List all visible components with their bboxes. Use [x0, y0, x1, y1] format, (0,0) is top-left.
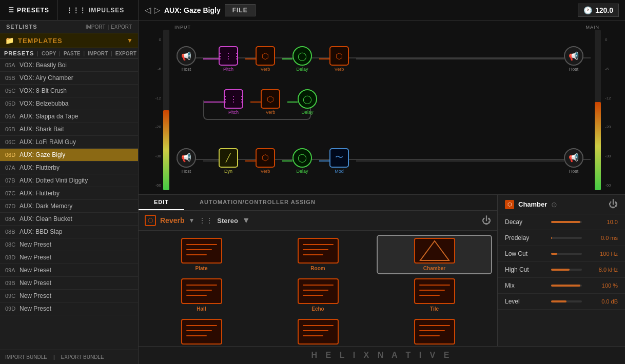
lowcut-slider[interactable] [551, 253, 582, 255]
reverb-type-item[interactable]: Tile [378, 276, 491, 314]
presets-button[interactable]: ☰ PRESETS [0, 0, 57, 20]
reverb-type-item[interactable]: Octo [378, 317, 491, 346]
level-value[interactable]: 0.0 dB [582, 298, 618, 305]
preset-item[interactable]: 06DAUX: Gaze Bigly [0, 149, 138, 161]
preset-num: 08C [5, 241, 19, 248]
preset-item[interactable]: 08DNew Preset [0, 251, 138, 264]
reverb-thumb [298, 319, 339, 345]
preset-item[interactable]: 09CNew Preset [0, 290, 138, 302]
export-bundle-btn[interactable]: EXPORT BUNDLE [61, 354, 104, 360]
preset-name-text: AUX: Flutterby [19, 190, 60, 197]
effect-type-chevron-icon[interactable]: ▼ [242, 216, 250, 225]
tab-automation[interactable]: AUTOMATION/CONTROLLER ASSIGN [184, 195, 331, 210]
svg-rect-3 [303, 244, 334, 245]
svg-rect-19 [303, 325, 334, 326]
copy-btn[interactable]: COPY [42, 51, 56, 56]
reverb-type-item[interactable]: Plate [145, 236, 258, 273]
level-slider[interactable] [551, 300, 582, 302]
effect-config-icon[interactable]: ⋮⋮ [199, 216, 213, 225]
preset-item[interactable]: 07AAUX: Flutterby [0, 161, 138, 174]
preset-item[interactable]: 07CAUX: Flutterby [0, 187, 138, 200]
preset-name-text: AUX: Gaze Bigly [19, 151, 65, 158]
host-out-icon-1: 📢 [564, 46, 583, 66]
predelay-slider[interactable] [551, 237, 582, 239]
preset-item[interactable]: 06CAUX: LoFi RAM Guy [0, 136, 138, 149]
paste-btn[interactable]: PASTE [64, 51, 81, 56]
node-pitch-1[interactable]: ⋮⋮⋮ Pitch [219, 46, 238, 72]
preset-item[interactable]: 07BAUX: Dotted Vinti Diggity [0, 174, 138, 187]
preset-item[interactable]: 05AVOX: Beastly Boi [0, 59, 138, 72]
preset-item[interactable]: 05BVOX: Airy Chamber [0, 72, 138, 85]
import-bundle-btn[interactable]: IMPORT BUNDLE [5, 354, 47, 360]
effect-header: ⬡ Reverb ▼ ⋮⋮ Stereo ▼ ⏻ [139, 211, 497, 231]
preset-item[interactable]: 09ANew Preset [0, 264, 138, 277]
preset-item[interactable]: 09BNew Preset [0, 277, 138, 290]
reverb-type-label: Echo [311, 306, 324, 312]
params-panel: ⬡ Chamber ⊙ ⏻ Decay 10.0 Prede [498, 195, 625, 346]
predelay-value[interactable]: 0.0 ms [582, 235, 618, 241]
node-host-1[interactable]: 📢 Host [177, 46, 196, 72]
node-host-out-1[interactable]: 📢 Host [564, 46, 583, 72]
effect-name[interactable]: Reverb [160, 216, 184, 225]
node-verb-3[interactable]: ⬡ Verb [261, 89, 280, 115]
node-verb-2[interactable]: ⬡ Verb [329, 46, 349, 72]
decay-slider[interactable] [551, 221, 582, 223]
signal-rows: INPUT MAIN 📢 Host ⋮⋮⋮ Pitch [172, 30, 595, 190]
lowcut-value[interactable]: 100 Hz [582, 251, 618, 257]
mix-value[interactable]: 100 % [582, 282, 618, 289]
effect-type[interactable]: Stereo [217, 217, 238, 225]
file-button[interactable]: FILE [225, 4, 256, 16]
preset-num: 09C [5, 293, 19, 299]
preset-num: 09D [5, 306, 19, 312]
node-verb-1[interactable]: ⬡ Verb [256, 46, 275, 72]
preset-item[interactable]: 05CVOX: 8-Bit Crush [0, 85, 138, 97]
reverb-type-item[interactable]: Chamber [378, 236, 491, 273]
node-delay-2[interactable]: ◯ Delay [298, 89, 317, 115]
power-btn[interactable]: ⏻ [609, 199, 618, 210]
preset-list: 05AVOX: Beastly Boi05BVOX: Airy Chamber0… [0, 59, 138, 350]
node-host-3[interactable]: 📢 Host [177, 148, 196, 174]
preset-item[interactable]: 07DAUX: Dark Memory [0, 200, 138, 213]
preset-next-arrow[interactable]: ▷ [154, 5, 160, 15]
highcut-value[interactable]: 8.0 kHz [582, 267, 618, 273]
export-presets-btn[interactable]: EXPORT [115, 51, 136, 56]
preset-item[interactable]: 08BAUX: BBD Slap [0, 226, 138, 238]
reverb-type-item[interactable]: Room [261, 236, 375, 273]
node-verb-r3[interactable]: ⬡ Verb [256, 148, 275, 174]
node-delay-1[interactable]: ◯ Delay [292, 46, 312, 72]
import-presets-btn[interactable]: IMPORT [88, 51, 108, 56]
decay-value[interactable]: 10.0 [582, 219, 618, 225]
preset-item[interactable]: 06BAUX: Shark Bait [0, 123, 138, 136]
tab-edit[interactable]: EDIT [139, 195, 184, 210]
preset-name-text: VOX: Belzebubba [19, 100, 68, 107]
preset-item[interactable]: 05DVOX: Belzebubba [0, 97, 138, 110]
reverb-type-item[interactable]: Hall [145, 276, 258, 314]
preset-num: 08A [5, 216, 19, 222]
import-setlist-btn[interactable]: IMPORT [86, 24, 106, 30]
impulses-button[interactable]: ⋮⋮⋮ IMPULSES [58, 0, 132, 20]
mix-slider[interactable] [551, 285, 582, 287]
preset-item[interactable]: 09DNew Preset [0, 302, 138, 315]
reverb-type-item[interactable]: Echo [261, 276, 375, 314]
effect-name-chevron-icon[interactable]: ▼ [188, 217, 194, 224]
node-delay-r3[interactable]: ◯ Delay [292, 148, 312, 174]
tempo-display[interactable]: 🕐 120.0 [578, 4, 619, 17]
export-setlist-btn[interactable]: EXPORT [111, 24, 132, 30]
preset-item[interactable]: 08CNew Preset [0, 238, 138, 251]
node-mod[interactable]: 〜 Mod [329, 148, 349, 174]
preset-num: 05D [5, 100, 19, 107]
node-host-out-3[interactable]: 📢 Host [564, 148, 583, 174]
node-dyn[interactable]: ╱ Dyn [219, 148, 238, 174]
link-icon[interactable]: ⊙ [551, 200, 557, 209]
templates-header[interactable]: 📁 TEMPLATES ▼ [0, 33, 138, 48]
highcut-slider[interactable] [551, 269, 582, 271]
reverb-type-item[interactable]: Ducking [261, 317, 375, 346]
preset-num: 06B [5, 126, 19, 132]
preset-item[interactable]: 08AAUX: Clean Bucket [0, 213, 138, 226]
preset-item[interactable]: 06AAUX: Slappa da Tape [0, 110, 138, 123]
effect-power-icon[interactable]: ⏻ [482, 215, 491, 226]
node-pitch-2[interactable]: ⋮⋮⋮ Pitch [224, 89, 243, 115]
preset-prev-arrow[interactable]: ◁ [145, 5, 151, 15]
reverb-type-label: Chamber [423, 266, 445, 271]
reverb-type-item[interactable]: Cave [145, 317, 258, 346]
